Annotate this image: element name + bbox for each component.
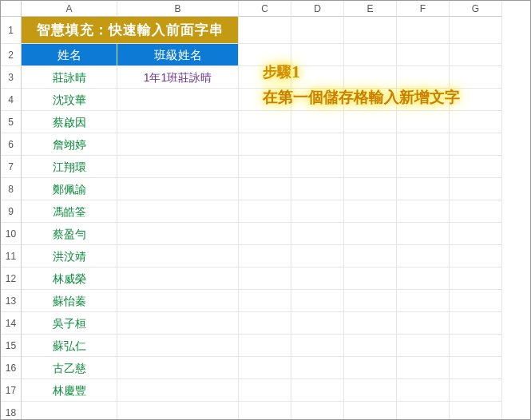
name-cell[interactable]: 蔡盈勻 bbox=[22, 223, 117, 245]
header-name[interactable]: 姓名 bbox=[22, 44, 117, 66]
cell[interactable] bbox=[397, 223, 450, 245]
cell[interactable] bbox=[344, 223, 397, 245]
cell[interactable] bbox=[239, 335, 291, 357]
cell[interactable] bbox=[397, 178, 450, 200]
cell[interactable] bbox=[239, 17, 291, 44]
cell[interactable] bbox=[291, 402, 344, 420]
cell[interactable] bbox=[450, 357, 502, 379]
cell[interactable] bbox=[397, 133, 450, 156]
cell[interactable] bbox=[344, 245, 397, 267]
cell[interactable] bbox=[397, 156, 450, 178]
name-cell[interactable]: 詹翊婷 bbox=[22, 133, 117, 156]
column-header[interactable]: E bbox=[344, 1, 397, 17]
cell[interactable] bbox=[291, 17, 344, 44]
name-cell[interactable]: 馮皓筌 bbox=[22, 200, 117, 223]
cell[interactable] bbox=[239, 357, 291, 379]
cell[interactable] bbox=[291, 312, 344, 335]
name-cell[interactable]: 吳子桓 bbox=[22, 312, 117, 335]
cell[interactable] bbox=[344, 267, 397, 290]
cell[interactable] bbox=[450, 335, 502, 357]
row-header[interactable]: 6 bbox=[1, 133, 22, 156]
cell[interactable] bbox=[450, 245, 502, 267]
cell[interactable] bbox=[344, 335, 397, 357]
cell[interactable] bbox=[344, 402, 397, 420]
cell[interactable] bbox=[344, 133, 397, 156]
row-header[interactable]: 8 bbox=[1, 178, 22, 200]
cell[interactable] bbox=[344, 379, 397, 402]
cell[interactable] bbox=[291, 379, 344, 402]
name-cell[interactable]: 林威榮 bbox=[22, 267, 117, 290]
row-header[interactable]: 13 bbox=[1, 290, 22, 312]
cell[interactable] bbox=[450, 402, 502, 420]
row-header[interactable]: 2 bbox=[1, 44, 22, 66]
cell[interactable] bbox=[344, 290, 397, 312]
cell[interactable] bbox=[344, 178, 397, 200]
cell[interactable] bbox=[344, 17, 397, 44]
cell[interactable] bbox=[291, 290, 344, 312]
cell[interactable] bbox=[291, 156, 344, 178]
cell[interactable] bbox=[344, 357, 397, 379]
cell[interactable] bbox=[291, 223, 344, 245]
name-cell[interactable]: 沈玟華 bbox=[22, 89, 117, 111]
cell[interactable] bbox=[344, 111, 397, 133]
cell[interactable] bbox=[117, 402, 239, 420]
cell[interactable] bbox=[397, 402, 450, 420]
cell[interactable] bbox=[397, 335, 450, 357]
row-header[interactable]: 11 bbox=[1, 245, 22, 267]
cell[interactable] bbox=[117, 312, 239, 335]
cell[interactable] bbox=[450, 17, 502, 44]
cell[interactable] bbox=[450, 267, 502, 290]
cell[interactable] bbox=[397, 111, 450, 133]
cell[interactable] bbox=[397, 200, 450, 223]
cell[interactable] bbox=[397, 267, 450, 290]
cell[interactable] bbox=[117, 267, 239, 290]
row-header[interactable]: 16 bbox=[1, 357, 22, 379]
cell[interactable] bbox=[291, 245, 344, 267]
column-header[interactable]: G bbox=[450, 1, 502, 17]
header-classname[interactable]: 班級姓名 bbox=[117, 44, 239, 66]
cell[interactable] bbox=[117, 111, 239, 133]
cell[interactable] bbox=[117, 89, 239, 111]
column-header[interactable]: B bbox=[117, 1, 239, 17]
cell[interactable] bbox=[450, 200, 502, 223]
name-cell[interactable]: 古乙慈 bbox=[22, 357, 117, 379]
cell[interactable] bbox=[117, 156, 239, 178]
cell[interactable] bbox=[117, 200, 239, 223]
cell[interactable] bbox=[239, 379, 291, 402]
name-cell[interactable]: 鄭佩諭 bbox=[22, 178, 117, 200]
name-cell[interactable]: 江翔環 bbox=[22, 156, 117, 178]
row-header[interactable]: 9 bbox=[1, 200, 22, 223]
cell[interactable] bbox=[450, 156, 502, 178]
cell[interactable] bbox=[344, 156, 397, 178]
cell[interactable] bbox=[397, 312, 450, 335]
cell[interactable] bbox=[239, 200, 291, 223]
cell[interactable] bbox=[117, 379, 239, 402]
row-header[interactable]: 15 bbox=[1, 335, 22, 357]
cell[interactable] bbox=[117, 133, 239, 156]
row-header[interactable]: 10 bbox=[1, 223, 22, 245]
cell[interactable] bbox=[239, 156, 291, 178]
name-cell[interactable]: 林慶豐 bbox=[22, 379, 117, 402]
cell[interactable] bbox=[397, 17, 450, 44]
classname-cell[interactable]: 1年1班莊詠晴 bbox=[117, 66, 239, 89]
cell[interactable] bbox=[117, 245, 239, 267]
row-header[interactable]: 5 bbox=[1, 111, 22, 133]
cell[interactable] bbox=[291, 335, 344, 357]
cell[interactable] bbox=[239, 312, 291, 335]
cell[interactable] bbox=[291, 357, 344, 379]
column-header[interactable]: C bbox=[239, 1, 291, 17]
cell[interactable] bbox=[291, 111, 344, 133]
cell[interactable] bbox=[397, 357, 450, 379]
cell[interactable] bbox=[239, 267, 291, 290]
column-header[interactable]: D bbox=[291, 1, 344, 17]
name-cell[interactable]: 蘇怡蓁 bbox=[22, 290, 117, 312]
cell[interactable] bbox=[239, 178, 291, 200]
row-header[interactable]: 7 bbox=[1, 156, 22, 178]
cell[interactable] bbox=[239, 402, 291, 420]
cell[interactable] bbox=[117, 178, 239, 200]
name-cell[interactable]: 莊詠晴 bbox=[22, 66, 117, 89]
cell[interactable] bbox=[450, 133, 502, 156]
cell[interactable] bbox=[117, 223, 239, 245]
title-cell[interactable]: 智慧填充：快速輸入前面字串 bbox=[22, 17, 239, 44]
cell[interactable] bbox=[344, 200, 397, 223]
